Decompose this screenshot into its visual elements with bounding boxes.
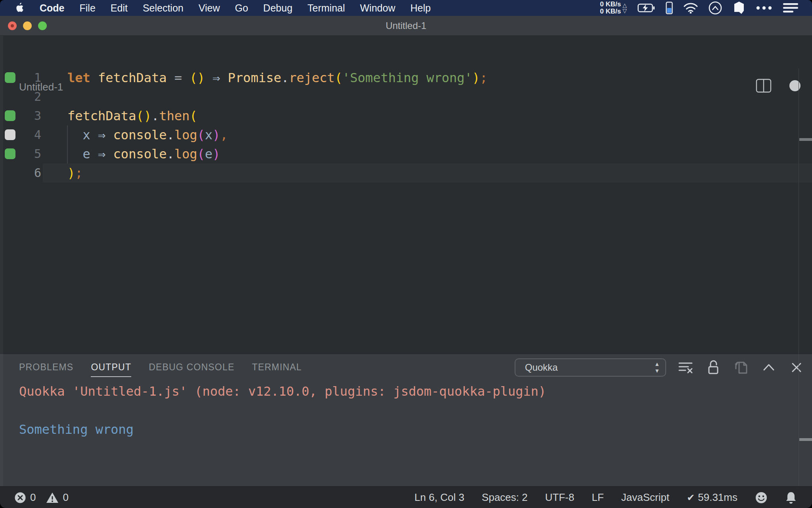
panel-tab-terminal[interactable]: TERMINAL	[252, 355, 302, 379]
code-line-5[interactable]: 5 e ⇒ console.log(e)	[0, 144, 812, 164]
code-line-3[interactable]: 3fetchData().then(	[0, 106, 812, 125]
overview-ruler-cursor-mark	[799, 138, 812, 141]
menu-file[interactable]: File	[80, 2, 96, 14]
status-language-mode[interactable]: JavaScript	[621, 491, 669, 504]
code-line-2[interactable]: 2	[0, 87, 812, 106]
panel-tabs: PROBLEMSOUTPUTDEBUG CONSOLETERMINAL	[19, 355, 302, 379]
macos-menu-bar: Code File Edit Selection View Go Debug T…	[0, 0, 812, 16]
overview-ruler	[799, 68, 799, 354]
line-number: 5	[0, 144, 41, 164]
error-count-icon	[14, 492, 26, 504]
battery-charging-icon[interactable]	[638, 4, 655, 12]
feedback-smiley-icon[interactable]	[755, 491, 768, 504]
menu-debug[interactable]: Debug	[263, 2, 293, 14]
warning-count: 0	[63, 491, 68, 504]
output-channel-select[interactable]: Quokka ▲▼	[515, 358, 666, 377]
device-battery-icon[interactable]	[666, 2, 673, 14]
menu-view[interactable]: View	[199, 2, 220, 14]
bottom-panel: PROBLEMSOUTPUTDEBUG CONSOLETERMINAL Quok…	[0, 354, 812, 486]
problems-status[interactable]: 0 0	[14, 487, 69, 508]
clear-output-button[interactable]	[677, 359, 694, 376]
check-icon: ✔	[687, 492, 695, 503]
status-quokka-time[interactable]: ✔59.31ms	[687, 491, 737, 504]
close-panel-button[interactable]	[788, 359, 805, 376]
panel-tab-problems[interactable]: PROBLEMS	[19, 355, 73, 379]
output-line: Something wrong	[19, 420, 546, 439]
network-speed-indicator[interactable]: 0 KB/s 0 KB/s △▽	[600, 1, 627, 15]
panel-tab-debug-console[interactable]: DEBUG CONSOLE	[149, 355, 234, 379]
menu-go[interactable]: Go	[235, 2, 248, 14]
select-updown-icon: ▲▼	[654, 361, 660, 374]
code-text: e ⇒ console.log(e)	[67, 144, 220, 164]
line-number: 1	[0, 68, 41, 87]
menubar-app-circle-icon[interactable]	[709, 1, 722, 15]
status-bar: 0 0 Ln 6, Col 3Spaces: 2UTF-8LFJavaScrip…	[0, 486, 812, 508]
code-editor[interactable]: Untitled-1 1let fetchData = () ⇒ Promise…	[0, 36, 812, 354]
code-line-1[interactable]: 1let fetchData = () ⇒ Promise.reject('So…	[0, 68, 812, 87]
line-number: 4	[0, 125, 41, 144]
window-title: Untitled-1	[0, 16, 812, 36]
menu-window[interactable]: Window	[360, 2, 395, 14]
indent-guide	[67, 125, 68, 164]
line-number: 2	[0, 87, 41, 106]
code-line-4[interactable]: 4 x ⇒ console.log(x),	[0, 125, 812, 144]
status-encoding[interactable]: UTF-8	[545, 491, 575, 504]
warning-count-icon	[46, 492, 59, 504]
maximize-panel-button[interactable]	[760, 359, 777, 376]
status-cursor-position[interactable]: Ln 6, Col 3	[414, 491, 464, 504]
statusbar-right-items: Ln 6, Col 3Spaces: 2UTF-8LFJavaScript✔59…	[414, 487, 797, 508]
apple-menu-icon[interactable]	[15, 2, 25, 13]
menu-app-code[interactable]: Code	[40, 2, 65, 14]
code-text: fetchData().then(	[67, 106, 197, 125]
output-line	[19, 401, 546, 420]
wifi-icon[interactable]	[684, 3, 698, 13]
code-text: );	[67, 164, 83, 183]
output-line: Quokka 'Untitled-1.js' (node: v12.10.0, …	[19, 382, 546, 401]
open-log-file-button[interactable]	[733, 359, 749, 376]
status-indentation[interactable]: Spaces: 2	[482, 491, 528, 504]
code-lines: 1let fetchData = () ⇒ Promise.reject('So…	[0, 68, 812, 183]
menu-terminal[interactable]: Terminal	[308, 2, 345, 14]
code-text: x ⇒ console.log(x),	[67, 125, 228, 144]
panel-overview-ruler	[799, 355, 799, 486]
vscode-window: Code File Edit Selection View Go Debug T…	[0, 0, 812, 508]
more-menu-dots-icon[interactable]	[756, 6, 772, 10]
error-count: 0	[30, 491, 36, 504]
line-number: 3	[0, 106, 41, 125]
network-updown-arrows-icon: △▽	[622, 2, 627, 13]
status-eol[interactable]: LF	[592, 491, 603, 504]
notifications-bell-icon[interactable]	[785, 491, 797, 504]
panel-ruler-mark	[799, 438, 812, 441]
menu-help[interactable]: Help	[410, 2, 431, 14]
output-console[interactable]: Quokka 'Untitled-1.js' (node: v12.10.0, …	[19, 382, 546, 439]
line-number: 6	[0, 164, 41, 183]
output-channel-value: Quokka	[525, 362, 558, 373]
list-menu-icon[interactable]	[783, 2, 799, 13]
menu-selection[interactable]: Selection	[143, 2, 184, 14]
panel-tab-output[interactable]: OUTPUT	[91, 355, 131, 379]
window-title-bar: Untitled-1	[0, 16, 812, 36]
menu-edit[interactable]: Edit	[111, 2, 128, 14]
menubar-box-app-icon[interactable]	[733, 1, 745, 15]
window-left-edge	[0, 36, 3, 486]
code-text: let fetchData = () ⇒ Promise.reject('Som…	[67, 68, 488, 87]
unlock-scroll-button[interactable]	[705, 359, 722, 376]
code-line-6[interactable]: 6);	[0, 164, 812, 183]
